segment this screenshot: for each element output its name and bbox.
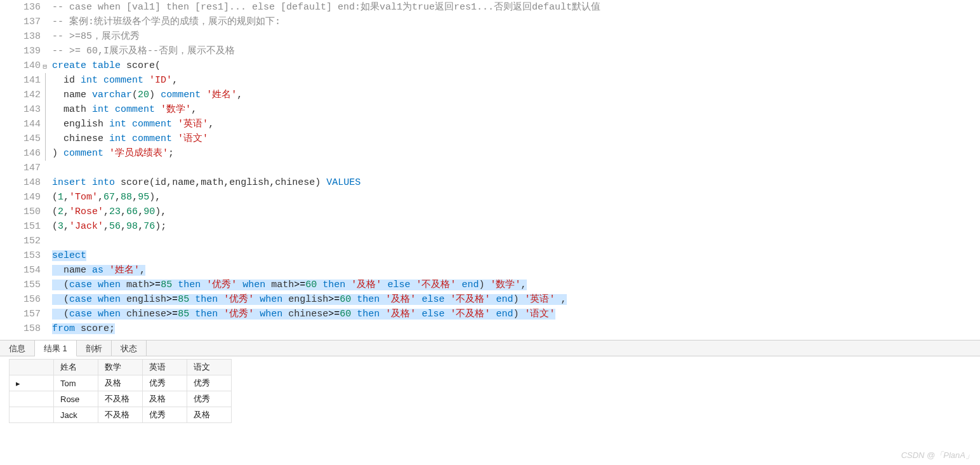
table-row[interactable]: ▸Tom及格优秀优秀	[10, 375, 232, 391]
code-line[interactable]: select	[52, 248, 980, 263]
cell[interactable]: 及格	[98, 375, 143, 391]
code-line[interactable]: from score;	[52, 321, 980, 336]
line-number: 136	[0, 0, 41, 15]
code-line[interactable]: insert into score(id,name,math,english,c…	[52, 175, 980, 190]
line-number: 149	[0, 190, 41, 205]
line-number: 152	[0, 234, 41, 248]
line-number: 141	[0, 73, 41, 88]
code-line[interactable]: id int comment 'ID',	[52, 73, 980, 88]
line-number: 155	[0, 278, 41, 292]
code-line[interactable]: chinese int comment '语文'	[52, 131, 980, 146]
cell[interactable]: 及格	[187, 407, 232, 423]
column-header[interactable]: 语文	[187, 360, 232, 375]
line-number: 150	[0, 205, 41, 219]
watermark: CSDN @「PlanA」	[901, 450, 974, 461]
line-number: 151	[0, 219, 41, 234]
code-line[interactable]: ) comment '学员成绩表';	[52, 146, 980, 161]
line-number: 143	[0, 102, 41, 117]
code-line[interactable]: name as '姓名',	[52, 263, 980, 278]
fold-guide	[45, 88, 46, 102]
line-number: 154	[0, 263, 41, 278]
code-line[interactable]: -- >=85，展示优秀	[52, 29, 980, 44]
code-line[interactable]: (case when math>=85 then '优秀' when math>…	[52, 278, 980, 292]
code-line[interactable]: (1,'Tom',67,88,95),	[52, 190, 980, 205]
cell[interactable]: 优秀	[143, 407, 187, 423]
cell[interactable]: 优秀	[187, 391, 232, 407]
cell[interactable]: 及格	[143, 391, 187, 407]
line-number: 153	[0, 248, 41, 263]
code-line[interactable]: name varchar(20) comment '姓名',	[52, 88, 980, 102]
row-indicator-header	[10, 360, 54, 375]
code-line[interactable]: -- case when [val1] then [res1]... else …	[52, 0, 980, 15]
row-indicator: ▸	[10, 375, 54, 391]
table-row[interactable]: Jack不及格优秀及格	[10, 407, 232, 423]
result-grid[interactable]: 姓名数学英语语文▸Tom及格优秀优秀Rose不及格及格优秀Jack不及格优秀及格	[9, 359, 232, 423]
code-line[interactable]: math int comment '数学',	[52, 102, 980, 117]
fold-guide	[45, 102, 46, 117]
line-number: 145	[0, 131, 41, 146]
line-number: 138	[0, 29, 41, 44]
line-number: 158	[0, 321, 41, 336]
code-area[interactable]: -- case when [val1] then [res1]... else …	[44, 0, 980, 340]
code-line[interactable]	[52, 161, 980, 175]
fold-guide	[45, 146, 46, 161]
column-header[interactable]: 数学	[98, 360, 143, 375]
row-indicator	[10, 407, 54, 423]
column-header[interactable]: 英语	[143, 360, 187, 375]
fold-guide	[45, 117, 46, 131]
line-number: 137	[0, 15, 41, 29]
code-line[interactable]: (3,'Jack',56,98,76);	[52, 219, 980, 234]
line-number: 146	[0, 146, 41, 161]
code-line[interactable]: (2,'Rose',23,66,90),	[52, 205, 980, 219]
code-line[interactable]: create table score(	[52, 58, 980, 73]
cell[interactable]: 不及格	[98, 407, 143, 423]
line-number: 148	[0, 175, 41, 190]
table-row[interactable]: Rose不及格及格优秀	[10, 391, 232, 407]
line-number: 157	[0, 307, 41, 321]
line-number: 142	[0, 88, 41, 102]
tab-结果 1[interactable]: 结果 1	[35, 340, 77, 356]
result-tabs: 信息结果 1剖析状态	[0, 340, 980, 356]
cell[interactable]: 优秀	[187, 375, 232, 391]
line-number: 156	[0, 292, 41, 307]
fold-guide	[45, 131, 46, 146]
row-indicator	[10, 391, 54, 407]
code-line[interactable]: -- 案例:统计班级各个学员的成绩，展示的规则如下:	[52, 15, 980, 29]
code-line[interactable]: (case when english>=85 then '优秀' when en…	[52, 292, 980, 307]
code-editor[interactable]: 136137138139140⊟141142143144145146147148…	[0, 0, 980, 340]
cell[interactable]: Jack	[54, 407, 98, 423]
tab-剖析[interactable]: 剖析	[77, 340, 112, 356]
code-line[interactable]: -- >= 60,I展示及格--否则，展示不及格	[52, 44, 980, 58]
line-number-gutter: 136137138139140⊟141142143144145146147148…	[0, 0, 44, 340]
line-number: 144	[0, 117, 41, 131]
column-header[interactable]: 姓名	[54, 360, 98, 375]
line-number: 139	[0, 44, 41, 58]
code-line[interactable]: english int comment '英语',	[52, 117, 980, 131]
code-line[interactable]: (case when chinese>=85 then '优秀' when ch…	[52, 307, 980, 321]
line-number: 147	[0, 161, 41, 175]
fold-guide	[45, 73, 46, 88]
code-line[interactable]	[52, 234, 980, 248]
cell[interactable]: 不及格	[98, 391, 143, 407]
line-number: 140⊟	[0, 58, 41, 73]
cell[interactable]: Tom	[54, 375, 98, 391]
cell[interactable]: 优秀	[143, 375, 187, 391]
fold-collapse-icon[interactable]: ⊟	[41, 60, 47, 66]
cell[interactable]: Rose	[54, 391, 98, 407]
tab-状态[interactable]: 状态	[112, 340, 147, 356]
tab-信息[interactable]: 信息	[0, 340, 35, 356]
